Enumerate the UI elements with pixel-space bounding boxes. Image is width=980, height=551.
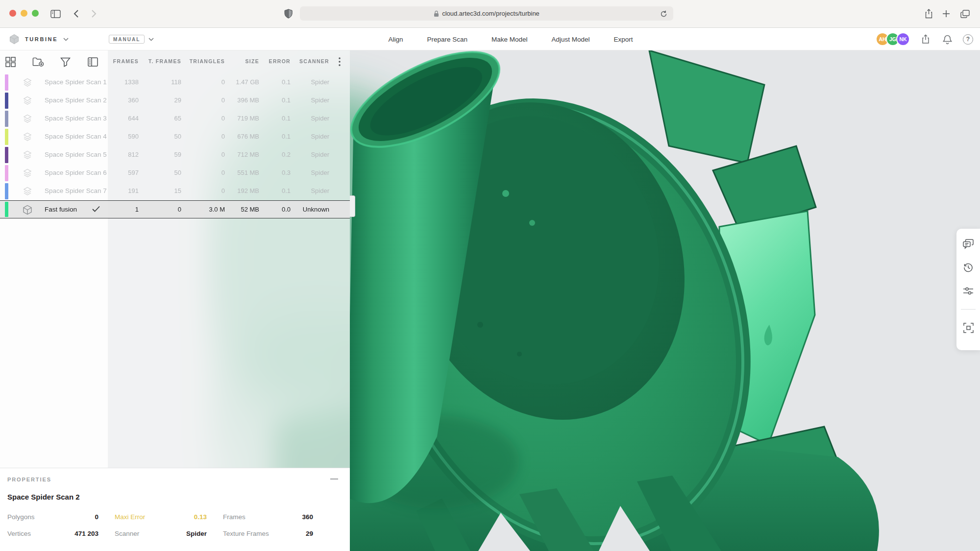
scan-layers-icon xyxy=(23,132,33,143)
project-logo-icon xyxy=(9,34,20,45)
cell-t-frames: 59 xyxy=(174,151,181,158)
collapse-properties-icon[interactable] xyxy=(329,474,339,484)
panel-resize-handle[interactable] xyxy=(350,195,355,217)
cell-t-frames: 118 xyxy=(171,78,181,86)
properties-grid: Polygons 0 Maxi Error 0.13 Frames 360 Ve… xyxy=(7,513,313,537)
avatar-group: AH JG NK xyxy=(876,32,910,46)
tab-overview-icon[interactable] xyxy=(958,7,972,21)
help-icon[interactable]: ? xyxy=(963,34,973,45)
property-field: Texture Frames 29 xyxy=(223,530,313,537)
settings-sliders-icon[interactable] xyxy=(963,286,974,296)
table-row[interactable]: Fast fusion 1 0 3.0 M 52 MB 0.0 Unknown xyxy=(0,200,350,218)
scan-layers-icon xyxy=(23,186,33,197)
nav-item[interactable]: Prepare Scan xyxy=(427,36,467,43)
property-field: Scanner Spider xyxy=(115,530,207,537)
cell-error: 0.1 xyxy=(282,133,291,140)
column-header[interactable]: SIZE xyxy=(245,58,259,64)
cell-size: 551 MB xyxy=(237,169,259,176)
cell-error: 0.0 xyxy=(282,206,291,213)
cell-triangles: 0 xyxy=(221,115,225,122)
url-text: cloud.artec3d.com/projects/turbine xyxy=(442,10,539,17)
cell-size: 676 MB xyxy=(237,133,259,140)
grid-view-icon[interactable] xyxy=(5,56,16,68)
column-header[interactable]: TRIANGLES xyxy=(190,58,225,64)
property-label: Maxi Error xyxy=(115,513,145,521)
history-icon[interactable] xyxy=(963,262,974,273)
forward-button[interactable] xyxy=(87,7,101,21)
share-project-icon[interactable] xyxy=(920,33,931,45)
table-row[interactable]: Space Spider Scan 6 597 50 0 551 MB 0.3 … xyxy=(0,164,350,182)
scan-layers-icon xyxy=(23,168,33,179)
nav-item[interactable]: Make Model xyxy=(491,36,528,43)
cell-size: 192 MB xyxy=(237,187,259,194)
table-row[interactable]: Space Spider Scan 5 812 59 0 712 MB 0.2 … xyxy=(0,146,350,164)
zoom-window-button[interactable] xyxy=(32,10,39,17)
scan-name: Space Spider Scan 7 xyxy=(45,187,107,194)
scan-name: Space Spider Scan 6 xyxy=(45,169,107,176)
share-page-icon[interactable] xyxy=(922,7,935,21)
cell-t-frames: 0 xyxy=(178,206,181,213)
column-header[interactable]: T. FRAMES xyxy=(148,58,181,64)
fit-to-screen-icon[interactable] xyxy=(963,322,974,333)
cell-t-frames: 15 xyxy=(174,187,181,194)
cell-frames: 191 xyxy=(128,187,139,194)
scan-color-bar xyxy=(5,93,8,109)
property-label: Vertices xyxy=(7,530,31,537)
table-row[interactable]: Space Spider Scan 3 644 65 0 719 MB 0.1 … xyxy=(0,110,350,128)
new-tab-icon[interactable] xyxy=(939,7,953,21)
add-folder-icon[interactable] xyxy=(32,56,44,68)
cell-t-frames: 50 xyxy=(174,133,181,140)
column-header[interactable]: ERROR xyxy=(269,58,291,64)
column-header[interactable]: FRAMES xyxy=(113,58,139,64)
notifications-bell-icon[interactable] xyxy=(941,33,953,45)
avatar[interactable]: NK xyxy=(896,32,910,46)
cell-error: 0.1 xyxy=(282,115,291,122)
cell-triangles: 0 xyxy=(221,133,225,140)
cell-scanner: Spider xyxy=(311,133,329,140)
cell-frames: 590 xyxy=(128,133,139,140)
property-label: Polygons xyxy=(7,513,35,521)
scan-rows: Space Spider Scan 1 1338 118 0 1.47 GB 0… xyxy=(0,73,350,218)
properties-panel: PROPERTIES Space Spider Scan 2 Polygons … xyxy=(0,468,350,551)
lock-icon xyxy=(434,10,439,17)
cell-scanner: Spider xyxy=(311,96,329,104)
nav-item[interactable]: Export xyxy=(614,36,633,43)
property-field: Frames 360 xyxy=(223,513,313,521)
scan-layers-icon xyxy=(23,150,33,161)
scan-color-bar xyxy=(5,74,8,91)
table-row[interactable]: Space Spider Scan 4 590 50 0 676 MB 0.1 … xyxy=(0,128,350,146)
privacy-shield-icon[interactable] xyxy=(281,7,295,21)
sidebar-toggle-icon[interactable] xyxy=(49,7,62,21)
nav-item[interactable]: Adjust Model xyxy=(552,36,590,43)
scans-panel: FRAMES T. FRAMES TRIANGLES SIZE ERROR SC… xyxy=(0,50,350,551)
address-bar[interactable]: cloud.artec3d.com/projects/turbine xyxy=(300,6,673,21)
minimize-window-button[interactable] xyxy=(21,10,27,17)
cell-size: 1.47 GB xyxy=(236,78,259,86)
check-icon xyxy=(92,206,100,212)
table-row[interactable]: Space Spider Scan 1 1338 118 0 1.47 GB 0… xyxy=(0,73,350,92)
cell-size: 396 MB xyxy=(237,96,259,104)
scan-name: Space Spider Scan 5 xyxy=(45,151,107,158)
window-controls xyxy=(9,10,39,17)
comments-icon[interactable] xyxy=(963,239,974,249)
nav-item[interactable]: Align xyxy=(388,36,403,43)
close-window-button[interactable] xyxy=(9,10,16,17)
scan-name: Space Spider Scan 1 xyxy=(45,78,107,86)
cell-scanner: Spider xyxy=(311,169,329,176)
filter-icon[interactable] xyxy=(60,56,71,68)
table-row[interactable]: Space Spider Scan 7 191 15 0 192 MB 0.1 … xyxy=(0,182,350,200)
cell-frames: 644 xyxy=(128,115,139,122)
column-header[interactable]: SCANNER xyxy=(299,58,329,64)
cell-error: 0.1 xyxy=(282,96,291,104)
property-label: Frames xyxy=(223,513,245,521)
table-menu-kebab-icon[interactable] xyxy=(336,57,343,67)
cell-triangles: 0 xyxy=(221,78,225,86)
property-field: Polygons 0 xyxy=(7,513,98,521)
properties-heading: PROPERTIES xyxy=(7,477,51,482)
table-row[interactable]: Space Spider Scan 2 360 29 0 396 MB 0.1 … xyxy=(0,92,350,110)
browser-toolbar: cloud.artec3d.com/projects/turbine xyxy=(0,0,980,28)
reload-icon[interactable] xyxy=(659,9,668,19)
table-columns-icon[interactable] xyxy=(87,56,98,68)
selected-scan-title: Space Spider Scan 2 xyxy=(7,493,80,501)
back-button[interactable] xyxy=(69,7,83,21)
